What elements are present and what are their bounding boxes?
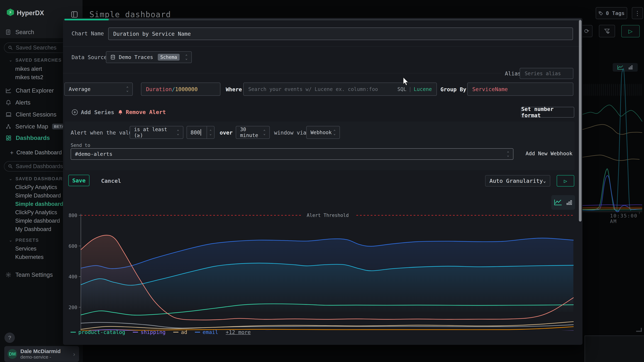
run-query-button-background[interactable]: ▷	[621, 25, 640, 37]
select-chevrons-icon: ⌃⌄	[185, 55, 188, 59]
legend-label: product-catalog	[78, 329, 125, 335]
sidebar-collapse-icon[interactable]	[71, 11, 78, 18]
legend-item[interactable]: shipping	[133, 329, 166, 335]
play-icon: ▷	[628, 28, 632, 34]
search-icon	[8, 164, 13, 169]
set-number-format-button[interactable]: Set number format	[521, 107, 574, 118]
window-via-label: window via	[274, 130, 306, 136]
legend-swatch	[70, 332, 76, 333]
chevron-down-icon: ⌄	[9, 238, 12, 243]
app-logo: HyperDX	[17, 9, 44, 17]
svg-text:600: 600	[68, 243, 77, 249]
chevron-down-icon: ⌄	[9, 177, 12, 181]
play-icon: ▷	[564, 178, 567, 184]
sidebar-item-label: Search	[16, 29, 34, 35]
create-dashboard-label: Create Dashboard	[16, 149, 62, 156]
svg-text:200: 200	[68, 305, 77, 310]
alert-condition-select[interactable]: is at least (≥) ⌃⌄	[130, 126, 183, 139]
legend-item[interactable]: email	[195, 329, 218, 335]
tags-label: 0 Tags	[606, 10, 625, 16]
section-saved-searches[interactable]: ⌄ SAVED SEARCHES	[9, 57, 62, 63]
help-label: ?	[8, 335, 11, 341]
number-spinner[interactable]: ⌃⌄	[206, 126, 214, 139]
edit-chart-modal: Chart Name Duration by Service Name Data…	[63, 18, 582, 345]
legend-label: shipping	[140, 329, 166, 335]
chart-name-input[interactable]: Duration by Service Name	[108, 27, 573, 40]
bell-icon	[5, 99, 12, 106]
webhook-select[interactable]: #demo-alerts ⌃⌄	[71, 148, 514, 160]
legend-item[interactable]: ad	[173, 329, 187, 335]
background-dashboard-chart	[582, 61, 644, 225]
send-to-label: Send to	[71, 143, 90, 148]
add-new-webhook-link[interactable]: Add New Webhook	[526, 151, 572, 157]
sidebar-item-label: Service Map	[16, 123, 48, 130]
avatar: DM	[8, 349, 17, 359]
user-info: Dale McDiarmid demo-service -	[20, 348, 61, 360]
aggregation-select[interactable]: Average ⌃⌄	[64, 83, 133, 96]
more-menu-button[interactable]: ⋮	[632, 7, 643, 19]
refresh-button[interactable]: ⟳	[581, 25, 592, 37]
granularity-value: Auto Granularity	[490, 178, 543, 184]
tag-icon	[598, 11, 604, 16]
alias-placeholder: Series alias	[525, 71, 561, 76]
gear-icon	[5, 272, 12, 278]
group-by-value: ServiceName	[472, 86, 508, 92]
svg-text:Alert Threshold: Alert Threshold	[307, 213, 349, 218]
tile-resize-handle[interactable]	[636, 328, 642, 332]
group-by-input[interactable]: ServiceName	[467, 83, 573, 96]
data-source-value: Demo Traces	[119, 54, 153, 60]
sidebar-item-label: Dashboards	[16, 135, 50, 141]
select-chevrons-icon: ⌃⌄	[507, 152, 509, 156]
divider	[63, 46, 582, 47]
modal-scrollbar[interactable]	[579, 20, 582, 221]
data-source-select[interactable]: Demo Traces Schema ⌃⌄	[106, 51, 192, 63]
svg-text:400: 400	[68, 274, 77, 279]
section-title: SAVED SEARCHES	[16, 57, 62, 63]
mouse-cursor	[403, 77, 411, 86]
select-chevrons-icon: ⌃⌄	[126, 87, 128, 91]
alert-condition-value: is at least (≥)	[134, 127, 177, 138]
legend-swatch	[195, 332, 200, 333]
formula-input[interactable]: Duration/1000000	[141, 83, 220, 96]
text-caret	[200, 129, 201, 136]
laptop-icon	[5, 111, 12, 118]
section-title: SAVED DASHBOARDS	[16, 176, 70, 181]
select-chevrons-icon: ⌃⌄	[177, 130, 179, 135]
run-chart-button[interactable]: ▷	[557, 175, 574, 186]
alert-threshold-input[interactable]: 800 ⌃⌄	[186, 126, 214, 139]
user-menu[interactable]: DM Dale McDiarmid demo-service - ›	[4, 346, 79, 362]
tags-button[interactable]: 0 Tags	[596, 7, 627, 19]
lucene-mode-toggle[interactable]: Lucene	[414, 86, 432, 92]
chart-name-value: Duration by Service Name	[113, 31, 191, 37]
legend-more-link[interactable]: +12 more	[226, 329, 251, 335]
filter-button[interactable]	[599, 25, 615, 37]
alert-window-select[interactable]: 30 minute ⌃⌄	[236, 126, 270, 139]
saved-dashboards-placeholder: Saved Dashboards	[16, 163, 63, 170]
loading-bar-track	[64, 19, 581, 20]
loading-bar-progress	[64, 19, 109, 20]
add-series-button[interactable]: Add Series	[71, 109, 114, 116]
chart-legend: product-catalogshippingademail+12 more	[70, 329, 251, 335]
section-presets[interactable]: ⌄ PRESETS	[9, 238, 39, 243]
schema-badge: Schema	[158, 54, 180, 61]
search-icon	[8, 45, 13, 50]
section-saved-dashboards[interactable]: ⌄ SAVED DASHBOARDS	[9, 176, 70, 181]
help-button[interactable]: ?	[4, 333, 15, 343]
legend-label: email	[203, 329, 218, 335]
sql-mode-toggle[interactable]: SQL	[397, 86, 406, 92]
granularity-select[interactable]: Auto Granularity ⌄	[485, 175, 550, 186]
plus-icon: +	[10, 149, 14, 156]
chart-name-label: Chart Name	[72, 30, 104, 37]
alert-window-value: 30 minute	[240, 127, 263, 138]
formula-number: 1000000	[175, 86, 198, 92]
remove-alert-label: Remove Alert	[126, 109, 166, 115]
save-button[interactable]: Save	[68, 175, 90, 186]
section-title: PRESETS	[16, 238, 39, 243]
legend-item[interactable]: product-catalog	[70, 329, 125, 335]
alias-input[interactable]: Series alias	[520, 68, 573, 79]
legend-label: ad	[181, 329, 187, 335]
alert-channel-select[interactable]: Webhook ⌃⌄	[306, 126, 340, 139]
webhook-value: #demo-alerts	[75, 151, 112, 157]
remove-alert-button[interactable]: Remove Alert	[118, 109, 166, 115]
cancel-button[interactable]: Cancel	[101, 178, 121, 184]
